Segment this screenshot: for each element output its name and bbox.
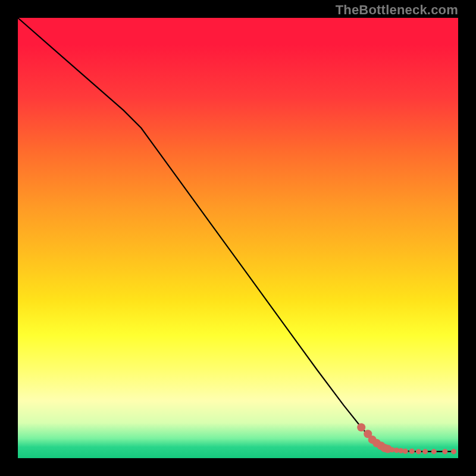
marker-group <box>357 423 456 454</box>
marker-point <box>357 423 365 431</box>
marker-point <box>416 449 421 454</box>
chart-frame: TheBottleneck.com <box>0 0 476 476</box>
marker-point <box>431 449 437 454</box>
plot-area <box>18 18 458 458</box>
marker-point <box>409 449 415 454</box>
marker-point <box>403 449 408 454</box>
watermark-text: TheBottleneck.com <box>336 2 458 18</box>
chart-svg <box>18 18 458 458</box>
marker-point <box>451 449 456 454</box>
bottleneck-curve <box>18 18 454 452</box>
marker-point <box>442 449 447 454</box>
marker-point <box>422 449 428 454</box>
